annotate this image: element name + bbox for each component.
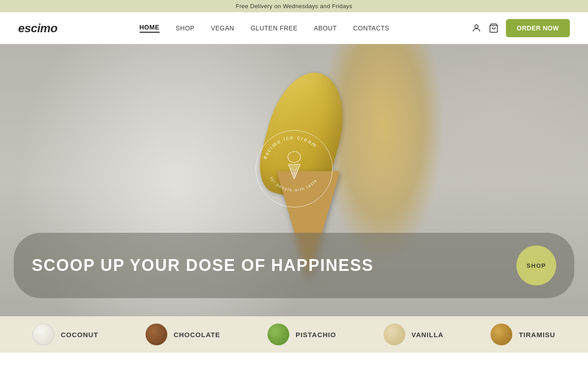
nav-contacts[interactable]: CONTACTS <box>353 25 389 32</box>
nav-vegan[interactable]: VEGAN <box>211 25 234 32</box>
coconut-icon <box>33 324 54 345</box>
flavor-chocolate[interactable]: CHOCOLATE <box>146 324 220 345</box>
svg-text:escimo ice cream: escimo ice cream <box>261 134 318 160</box>
logo[interactable]: escimo <box>18 21 58 35</box>
flavors-bar: COCONUT CHOCOLATE PISTACHIO VANILLA TIRA… <box>0 316 588 353</box>
chocolate-icon <box>146 324 167 345</box>
hero-section: escimo ice cream for people with taste S… <box>0 44 588 316</box>
header-actions: ORDER NOW <box>471 19 570 37</box>
hero-cta-banner: SCOOP UP YOUR DOSE OF HAPPINESS SHOP <box>14 233 574 298</box>
brand-badge: escimo ice cream for people with taste <box>256 130 333 207</box>
vanilla-icon <box>384 324 405 345</box>
order-now-button[interactable]: ORDER NOW <box>506 19 570 37</box>
tiramisu-icon <box>491 324 512 345</box>
tiramisu-label: TIRAMISU <box>519 331 555 339</box>
promo-banner: Free Delivery on Wednesdays and Fridays <box>0 0 588 12</box>
flavor-vanilla[interactable]: VANILLA <box>384 324 444 345</box>
flavor-tiramisu[interactable]: TIRAMISU <box>491 324 555 345</box>
hero-tagline: SCOOP UP YOUR DOSE OF HAPPINESS <box>32 256 374 275</box>
pistachio-label: PISTACHIO <box>296 331 336 339</box>
flavor-pistachio[interactable]: PISTACHIO <box>267 324 336 345</box>
badge-svg: escimo ice cream for people with taste <box>256 130 333 207</box>
nav-home[interactable]: HOME <box>140 24 160 33</box>
site-header: escimo HOME SHOP VEGAN GLUTEN FREE ABOUT… <box>0 12 588 44</box>
pistachio-icon <box>267 324 289 345</box>
chocolate-label: CHOCOLATE <box>174 331 220 339</box>
main-nav: HOME SHOP VEGAN GLUTEN FREE ABOUT CONTAC… <box>140 24 389 33</box>
svg-marker-5 <box>288 164 300 179</box>
shop-button[interactable]: SHOP <box>516 245 556 285</box>
account-button[interactable] <box>471 23 481 33</box>
banner-text: Free Delivery on Wednesdays and Fridays <box>236 3 352 10</box>
svg-point-0 <box>475 25 478 28</box>
cart-button[interactable] <box>489 23 499 33</box>
vanilla-label: VANILLA <box>412 331 444 339</box>
flavor-coconut[interactable]: COCONUT <box>33 324 98 345</box>
svg-point-4 <box>288 152 301 162</box>
cart-icon <box>489 23 499 33</box>
nav-about[interactable]: ABOUT <box>314 25 337 32</box>
user-icon <box>471 23 481 33</box>
nav-shop[interactable]: SHOP <box>176 25 195 32</box>
svg-text:for people with taste: for people with taste <box>269 176 318 193</box>
nav-gluten-free[interactable]: GLUTEN FREE <box>251 25 298 32</box>
coconut-label: COCONUT <box>61 331 98 339</box>
